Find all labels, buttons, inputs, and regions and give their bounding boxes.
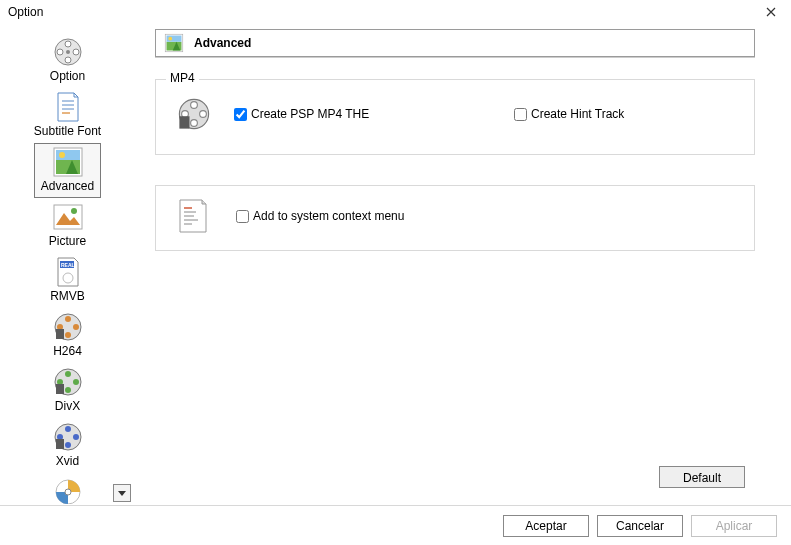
svg-point-46 xyxy=(191,120,198,127)
close-button[interactable] xyxy=(757,2,785,22)
add-context-menu-checkbox[interactable]: Add to system context menu xyxy=(236,209,404,223)
context-menu-group: Add to system context menu xyxy=(155,185,755,251)
chevron-down-icon xyxy=(118,491,126,496)
close-icon xyxy=(766,7,776,17)
checkbox-input[interactable] xyxy=(236,210,249,223)
main-panel: Advanced MP4 Create PSP MP4 xyxy=(135,29,765,504)
checkbox-input[interactable] xyxy=(234,108,247,121)
svg-point-21 xyxy=(73,324,79,330)
checkbox-label: Create PSP MP4 THE xyxy=(251,107,369,121)
svg-point-1 xyxy=(65,41,71,47)
svg-point-5 xyxy=(66,50,70,54)
sidebar-item-partial[interactable] xyxy=(38,473,98,504)
svg-point-42 xyxy=(168,37,172,41)
window-title: Option xyxy=(8,5,43,19)
picture-icon xyxy=(52,201,84,233)
svg-point-34 xyxy=(65,442,71,448)
sidebar-item-label: Xvid xyxy=(56,454,79,468)
sidebar-item-label: RMVB xyxy=(50,289,85,303)
sidebar-item-option[interactable]: Option xyxy=(38,33,98,88)
svg-point-26 xyxy=(65,371,71,377)
landscape-icon xyxy=(164,33,184,53)
sidebar-item-label: H264 xyxy=(53,344,82,358)
svg-rect-14 xyxy=(54,205,82,229)
sidebar-item-picture[interactable]: Picture xyxy=(38,198,98,253)
svg-point-44 xyxy=(191,102,198,109)
accept-button[interactable]: Aceptar xyxy=(503,515,589,537)
disc-icon xyxy=(52,476,84,504)
svg-point-22 xyxy=(65,332,71,338)
mp4-group: MP4 Create PSP MP4 THE xyxy=(155,79,755,155)
checkbox-input[interactable] xyxy=(514,108,527,121)
sidebar-item-label: Option xyxy=(50,69,85,83)
film-reel-orange-icon xyxy=(52,311,84,343)
document-icon xyxy=(52,91,84,123)
svg-point-20 xyxy=(65,316,71,322)
svg-rect-48 xyxy=(179,116,189,128)
sidebar-item-advanced[interactable]: Advanced xyxy=(34,143,101,198)
film-reel-icon xyxy=(52,36,84,68)
cancel-button[interactable]: Cancelar xyxy=(597,515,683,537)
checkbox-label: Create Hint Track xyxy=(531,107,624,121)
sidebar-list: Option Subtitle Font xyxy=(0,33,135,504)
content: Option Subtitle Font xyxy=(0,24,791,504)
create-psp-checkbox[interactable]: Create PSP MP4 THE xyxy=(234,107,514,121)
note-icon xyxy=(178,198,208,234)
sidebar-scroll-down-button[interactable] xyxy=(113,484,131,502)
landscape-icon xyxy=(52,146,84,178)
svg-point-15 xyxy=(71,208,77,214)
film-reel-icon xyxy=(176,96,212,132)
sidebar: Option Subtitle Font xyxy=(0,29,135,504)
sidebar-item-label: Picture xyxy=(49,234,86,248)
svg-point-38 xyxy=(65,489,71,495)
film-reel-green-icon xyxy=(52,366,84,398)
svg-rect-36 xyxy=(56,439,64,449)
svg-point-4 xyxy=(57,49,63,55)
svg-point-28 xyxy=(65,387,71,393)
svg-point-3 xyxy=(65,57,71,63)
svg-point-2 xyxy=(73,49,79,55)
sidebar-item-subtitle-font[interactable]: Subtitle Font xyxy=(27,88,108,143)
film-reel-blue-icon xyxy=(52,421,84,453)
svg-text:REAL: REAL xyxy=(61,262,75,268)
svg-point-27 xyxy=(73,379,79,385)
svg-point-32 xyxy=(65,426,71,432)
sidebar-item-h264[interactable]: H264 xyxy=(38,308,98,363)
sidebar-item-xvid[interactable]: Xvid xyxy=(38,418,98,473)
section-title: Advanced xyxy=(194,36,251,50)
sidebar-item-label: Subtitle Font xyxy=(34,124,101,138)
titlebar: Option xyxy=(0,0,791,24)
svg-rect-30 xyxy=(56,384,64,394)
sidebar-item-label: Advanced xyxy=(41,179,94,193)
real-file-icon: REAL xyxy=(52,256,84,288)
sidebar-item-label: DivX xyxy=(55,399,80,413)
svg-point-13 xyxy=(59,152,65,158)
sidebar-item-divx[interactable]: DivX xyxy=(38,363,98,418)
checkbox-label: Add to system context menu xyxy=(253,209,404,223)
svg-point-45 xyxy=(200,111,207,118)
create-hint-checkbox[interactable]: Create Hint Track xyxy=(514,107,624,121)
footer: Aceptar Cancelar Aplicar xyxy=(0,505,791,545)
svg-rect-24 xyxy=(56,329,64,339)
svg-point-33 xyxy=(73,434,79,440)
default-button[interactable]: Default xyxy=(659,466,745,488)
section-header: Advanced xyxy=(155,29,755,57)
group-legend: MP4 xyxy=(166,71,199,85)
apply-button: Aplicar xyxy=(691,515,777,537)
sidebar-item-rmvb[interactable]: REAL RMVB xyxy=(38,253,98,308)
